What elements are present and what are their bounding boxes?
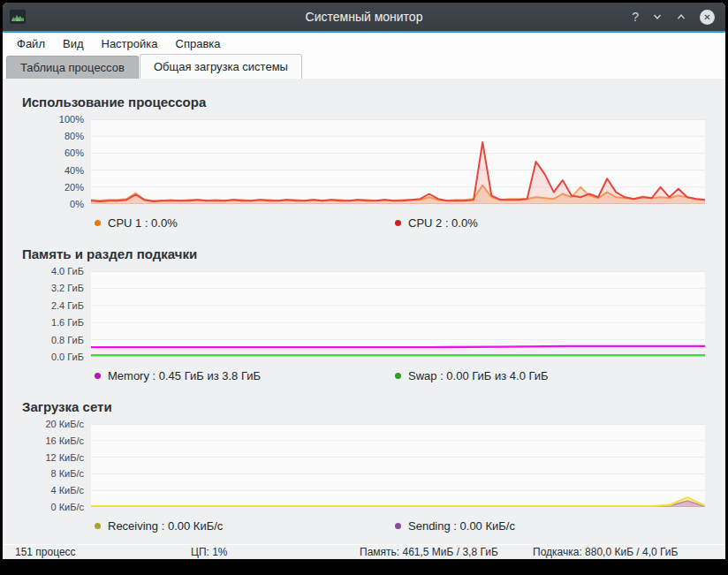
memory-legend: Memory : 0.45 ГиБ из 3.8 ГиБ Swap : 0.00…	[95, 367, 725, 383]
cpu-legend: CPU 1 : 0.0% CPU 2 : 0.0%	[95, 215, 725, 231]
legend-receiving: Receiving : 0.00 КиБ/с	[95, 519, 395, 533]
titlebar[interactable]: Системный монитор ? ✕	[3, 3, 725, 31]
memory-y-axis: 0.0 ГиБ0.8 ГиБ1.6 ГиБ2.4 ГиБ3.2 ГиБ4.0 Г…	[3, 271, 91, 357]
legend-swap: Swap : 0.00 ГиБ из 4.0 ГиБ	[395, 369, 549, 382]
maximize-button[interactable]	[676, 11, 686, 22]
status-process-count: 151 процесс	[15, 545, 76, 559]
receiving-dot-icon	[95, 523, 101, 529]
network-chart	[91, 424, 705, 507]
network-y-axis: 0 КиБ/с4 КиБ/с8 КиБ/с12 КиБ/с16 КиБ/с20 …	[3, 424, 91, 507]
status-memory: Память: 461,5 МиБ / 3,8 ГиБ	[360, 545, 498, 559]
menu-view[interactable]: Вид	[57, 37, 89, 50]
cpu-chart-row: 0%20%40%60%80%100%	[3, 119, 705, 204]
cpu-y-axis: 0%20%40%60%80%100%	[3, 119, 91, 204]
chevron-up-icon	[676, 11, 686, 22]
legend-cpu2: CPU 2 : 0.0%	[395, 216, 478, 230]
app-window: Системный монитор ? ✕ Файл Вид Настройка…	[3, 3, 725, 559]
close-button[interactable]: ✕	[700, 10, 715, 25]
network-legend: Receiving : 0.00 КиБ/с Sending : 0.00 Ки…	[95, 518, 725, 533]
cpu-section-title: Использование процессора	[22, 93, 725, 112]
menubar: Файл Вид Настройка Справка	[3, 33, 725, 54]
menu-settings[interactable]: Настройка	[96, 37, 163, 50]
memory-section-title: Память и раздел подкачки	[22, 245, 725, 264]
legend-memory-label: Memory : 0.45 ГиБ из 3.8 ГиБ	[108, 369, 261, 382]
chevron-down-icon	[652, 11, 663, 22]
help-button[interactable]: ?	[632, 11, 639, 23]
tab-system-load[interactable]: Общая загрузка системы	[140, 54, 302, 79]
status-cpu: ЦП: 1%	[191, 545, 228, 559]
cpu2-dot-icon	[395, 220, 401, 226]
network-section-title: Загрузка сети	[22, 397, 725, 417]
window-title: Системный монитор	[3, 10, 725, 24]
memory-chart-row: 0.0 ГиБ0.8 ГиБ1.6 ГиБ2.4 ГиБ3.2 ГиБ4.0 Г…	[3, 271, 705, 357]
system-monitor-app-icon	[10, 9, 26, 25]
minimize-button[interactable]	[652, 11, 663, 22]
system-load-page: Использование процессора 0%20%40%60%80%1…	[3, 79, 725, 544]
memory-dot-icon	[95, 373, 101, 379]
window-controls: ? ✕	[632, 10, 725, 25]
legend-sending-label: Sending : 0.00 КиБ/с	[408, 519, 515, 533]
legend-cpu1: CPU 1 : 0.0%	[95, 216, 395, 230]
cpu1-dot-icon	[95, 220, 101, 226]
cpu-chart	[91, 119, 705, 204]
menu-file[interactable]: Файл	[11, 37, 50, 50]
statusbar: 151 процесс ЦП: 1% Память: 461,5 МиБ / 3…	[3, 544, 725, 559]
sending-dot-icon	[395, 523, 401, 529]
memory-chart	[91, 271, 705, 357]
legend-receiving-label: Receiving : 0.00 КиБ/с	[108, 519, 223, 533]
network-chart-row: 0 КиБ/с4 КиБ/с8 КиБ/с12 КиБ/с16 КиБ/с20 …	[3, 424, 705, 507]
menu-help[interactable]: Справка	[171, 37, 226, 50]
status-swap: Подкачка: 880,0 КиБ / 4,0 ГиБ	[533, 545, 678, 559]
legend-swap-label: Swap : 0.00 ГиБ из 4.0 ГиБ	[408, 369, 549, 382]
swap-dot-icon	[395, 373, 401, 379]
legend-memory: Memory : 0.45 ГиБ из 3.8 ГиБ	[95, 369, 395, 382]
tabbar: Таблица процессов Общая загрузка системы	[3, 54, 725, 79]
legend-cpu1-label: CPU 1 : 0.0%	[108, 216, 178, 230]
legend-cpu2-label: CPU 2 : 0.0%	[408, 216, 478, 230]
legend-sending: Sending : 0.00 КиБ/с	[395, 519, 515, 533]
tab-process-table[interactable]: Таблица процессов	[6, 56, 139, 79]
